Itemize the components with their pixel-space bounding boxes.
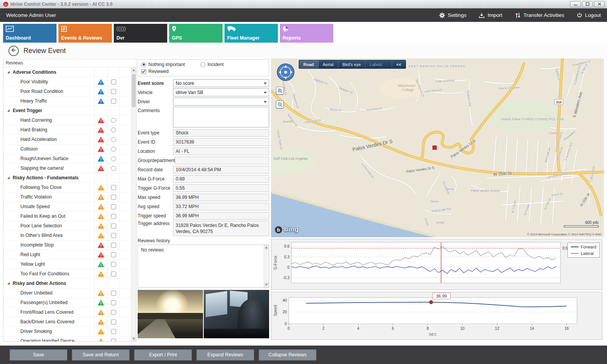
review-item-label: Rough/Uneven Surface — [20, 156, 68, 161]
review-checkbox[interactable] — [111, 271, 116, 276]
collapse-arrow-icon[interactable] — [7, 109, 10, 112]
close-button[interactable] — [594, 1, 605, 7]
driver-cabin-camera-video[interactable] — [204, 290, 269, 338]
scroll-up-button[interactable] — [264, 245, 269, 250]
review-checkbox[interactable] — [111, 99, 116, 104]
logout-button[interactable]: Logout — [577, 12, 601, 18]
review-checkbox[interactable] — [111, 243, 116, 248]
control-cell — [108, 260, 120, 269]
collapse-reviews-button[interactable]: Collapse Reviews — [259, 349, 316, 361]
review-checkbox[interactable] — [111, 319, 116, 324]
save-button[interactable]: Save — [10, 349, 67, 361]
map-view-road[interactable]: Road — [299, 60, 318, 68]
review-item-label: Slapping the camera! — [20, 165, 64, 171]
review-checkbox[interactable] — [111, 310, 116, 315]
tab-label: Fleet Manager — [227, 35, 259, 41]
scroll-down-button[interactable] — [131, 336, 136, 341]
back-button[interactable] — [8, 46, 19, 56]
topbar-action-label: Settings — [448, 12, 467, 18]
tab-label: Reports — [283, 35, 301, 41]
radio-nothing-important[interactable] — [141, 62, 146, 67]
map-collapse-button[interactable]: << — [392, 60, 406, 68]
reviews-history-label: Reviews history — [138, 238, 269, 243]
map-panel[interactable]: EAST RANCHO PALOS VERDESMarymountCollege… — [271, 58, 604, 237]
tab-events-reviews[interactable]: Events & Reviews — [58, 24, 112, 43]
review-checkbox[interactable] — [111, 89, 116, 94]
review-checkbox[interactable] — [111, 214, 116, 219]
review-radio[interactable] — [111, 166, 116, 171]
map-view-bird-s-eye[interactable]: Bird's eye — [338, 60, 365, 68]
history-scrollbar[interactable] — [264, 245, 269, 287]
event-score-select[interactable]: No score — [173, 79, 269, 87]
control-cell — [108, 96, 120, 106]
expand-reviews-button[interactable]: Expand Reviews — [196, 349, 254, 361]
map-compass-control[interactable] — [276, 63, 295, 83]
review-checkbox[interactable] — [111, 185, 116, 190]
scroll-up-button[interactable] — [131, 68, 136, 73]
review-item-driver-smoking: Driver Smoking — [3, 327, 131, 336]
checkbox-reviewed[interactable] — [141, 69, 146, 74]
event-location-marker[interactable] — [432, 146, 437, 150]
collapse-arrow-icon[interactable] — [7, 282, 10, 285]
collapse-arrow-icon[interactable] — [7, 177, 10, 179]
review-radio[interactable] — [111, 127, 116, 132]
vehicle-select[interactable]: idrive Van SB — [173, 88, 269, 96]
review-checkbox[interactable] — [111, 329, 116, 334]
speed-xtick: 4 — [357, 326, 359, 331]
reviews-history-list[interactable]: No reviews — [138, 245, 269, 288]
transfer-activities-button[interactable]: Transfer Activities — [515, 12, 564, 18]
review-group-label-cell: Adverse Conditions — [3, 68, 95, 77]
review-radio[interactable] — [111, 156, 116, 161]
scale-bar — [564, 225, 599, 227]
review-checkbox[interactable] — [111, 291, 116, 296]
review-radio[interactable] — [111, 137, 116, 142]
zoom-in-button[interactable] — [276, 87, 284, 94]
tab-gps[interactable]: GPS — [169, 24, 223, 43]
collapse-arrow-icon[interactable] — [7, 71, 10, 73]
driver-select[interactable] — [173, 98, 269, 106]
severity-cell — [95, 221, 108, 230]
bing-logo[interactable]: b bing — [275, 226, 299, 233]
row-filler — [120, 240, 131, 250]
import-button[interactable]: Import — [479, 12, 502, 18]
comments-input[interactable] — [173, 107, 269, 127]
review-radio[interactable] — [111, 147, 116, 152]
radio-incident[interactable] — [200, 62, 205, 67]
tab-reports[interactable]: Reports — [280, 24, 333, 43]
tab-dvr[interactable]: Dvr — [114, 24, 167, 43]
severity-cell — [95, 125, 108, 134]
review-checkbox[interactable] — [111, 223, 116, 228]
minimize-button[interactable] — [570, 1, 581, 7]
map-view-labels[interactable]: Labels — [365, 60, 386, 68]
dashboard-tab-icon — [6, 26, 14, 32]
zoom-out-button[interactable] — [276, 101, 284, 108]
severity-cell — [95, 192, 108, 202]
review-item-label: Driver Unbelted — [20, 290, 52, 296]
tab-dashboard[interactable]: Dashboard — [3, 24, 57, 43]
review-item-poor-road-condition: Poor Road Condition — [3, 87, 131, 96]
severity-cell — [95, 173, 108, 182]
review-radio[interactable] — [111, 118, 116, 123]
review-checkbox[interactable] — [111, 252, 116, 257]
tab-fleet-manager[interactable]: Fleet Manager — [225, 24, 278, 43]
scrollbar-thumb[interactable] — [132, 74, 136, 108]
scroll-down-button[interactable] — [264, 282, 269, 287]
settings-button[interactable]: Settings — [439, 12, 467, 18]
map-view-aerial[interactable]: Aerial — [318, 60, 338, 68]
review-checkbox[interactable] — [111, 300, 116, 305]
front-road-camera-video[interactable] — [138, 290, 203, 338]
export-print-button[interactable]: Export / Print — [134, 349, 192, 361]
review-checkbox[interactable] — [111, 339, 116, 342]
review-checkbox[interactable] — [111, 204, 116, 209]
speed-svg: 020400246810121416SECSpeed36.99 — [271, 292, 602, 339]
reviews-scrollbar[interactable] — [131, 68, 136, 341]
event-id-row: Event IDX017639 — [138, 138, 269, 146]
trigger-g-force-value: 0.55 — [176, 185, 185, 191]
review-checkbox[interactable] — [111, 233, 116, 238]
save-and-return-button[interactable]: Save and Return — [72, 349, 130, 361]
maximize-button[interactable] — [582, 1, 593, 7]
review-checkbox[interactable] — [111, 262, 116, 267]
review-checkbox[interactable] — [111, 79, 116, 84]
review-checkbox[interactable] — [111, 195, 116, 200]
footer-toolbar: SaveSave and ReturnExport / PrintExpand … — [0, 346, 607, 364]
